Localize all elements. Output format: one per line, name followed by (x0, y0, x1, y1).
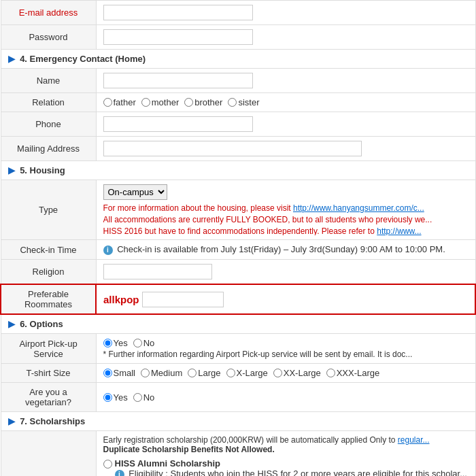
phone-value-cell (96, 112, 475, 137)
tshirt-xxlarge[interactable]: XX-Large (273, 368, 321, 378)
housing-info-text: For more information about the housing, … (103, 203, 469, 235)
vegetarian-no-radio[interactable] (133, 393, 142, 402)
name-value-cell (96, 69, 475, 93)
checkin-info-text: Check-in is available from July 1st(Frid… (117, 244, 445, 254)
phone-input[interactable] (103, 116, 253, 132)
email-label: E-mail address (1, 1, 96, 25)
mailing-value-cell (96, 137, 475, 161)
mailing-row: Mailing Address (1, 137, 475, 161)
airport-yes[interactable]: Yes (103, 338, 128, 348)
tshirt-large[interactable]: Large (188, 368, 220, 378)
mailing-label: Mailing Address (1, 137, 96, 161)
section6-icon: ▶ (8, 319, 15, 329)
section4-header: ▶ 4. Emergency Contact (Home) (1, 50, 475, 69)
tshirt-medium[interactable]: Medium (141, 368, 182, 378)
relation-brother-radio[interactable] (184, 98, 193, 107)
scholarship-intro: Early registration scholarship (200,000K… (103, 435, 469, 454)
vegetarian-no[interactable]: No (133, 392, 155, 403)
relation-mother-radio[interactable] (141, 98, 150, 107)
relation-brother[interactable]: brother (184, 97, 222, 107)
regular-link[interactable]: regular... (398, 435, 430, 445)
housing-link2[interactable]: http://www... (377, 226, 421, 235)
vegetarian-label: Are you a vegetarian? (1, 383, 96, 412)
alumni-scholarship-radio-item[interactable]: HISS Alumni Scholarship i Eligibility : … (103, 458, 469, 476)
tshirt-xlarge-radio[interactable] (226, 369, 235, 377)
religion-row: Religion (1, 260, 475, 285)
scholarship-value-cell: Early registration scholarship (200,000K… (96, 431, 475, 477)
name-label: Name (1, 69, 96, 93)
section6-header: ▶ 6. Options (1, 314, 475, 334)
checkin-label: Check-in Time (1, 240, 96, 260)
vegetarian-radio-group: Yes No (103, 392, 469, 403)
tshirt-large-radio[interactable] (188, 369, 197, 377)
type-label: Type (1, 180, 96, 240)
vegetarian-value-cell: Yes No (96, 383, 475, 412)
alumni-scholarship-title: HISS Alumni Scholarship (115, 458, 467, 469)
airport-row: Airport Pick-up Service Yes No * Further… (1, 334, 475, 364)
relation-label: Relation (1, 93, 96, 112)
roommates-input[interactable] (142, 292, 224, 307)
section7-icon: ▶ (8, 416, 15, 426)
tshirt-xxxlarge[interactable]: XXX-Large (326, 368, 380, 378)
tshirt-label: T-shirt Size (1, 364, 96, 383)
vegetarian-yes-radio[interactable] (103, 393, 112, 402)
alumni-scholarship: HISS Alumni Scholarship i Eligibility : … (103, 458, 469, 476)
email-value-cell (96, 1, 475, 25)
type-row: Type On-campus Off-campus For more infor… (1, 180, 475, 240)
registration-form: E-mail address Password ▶ 4. Emergency C… (0, 0, 476, 476)
relation-father-radio[interactable] (103, 98, 112, 107)
airport-value-cell: Yes No * Further information regarding A… (96, 334, 475, 364)
roommates-row: Preferable Roommates allkpop (1, 284, 475, 314)
religion-input[interactable] (103, 264, 212, 279)
relation-sister[interactable]: sister (228, 97, 259, 107)
roommates-label: Preferable Roommates (1, 284, 96, 314)
tshirt-medium-radio[interactable] (141, 369, 150, 377)
relation-value-cell: father mother brother sister (96, 93, 475, 112)
housing-type-select[interactable]: On-campus Off-campus (103, 184, 167, 200)
tshirt-xxlarge-radio[interactable] (273, 369, 282, 377)
airport-radio-group: Yes No (103, 338, 469, 348)
eligibility-icon: i (115, 470, 124, 476)
relation-radio-group: father mother brother sister (103, 97, 469, 107)
checkin-info-icon: i (103, 245, 113, 255)
section5-icon: ▶ (8, 165, 15, 175)
airport-info: * Further information regarding Airport … (103, 350, 469, 359)
tshirt-small[interactable]: Small (103, 368, 136, 378)
section6-header-row: ▶ 6. Options (1, 314, 475, 334)
religion-value-cell (96, 260, 475, 285)
relation-row: Relation father mother brother siste (1, 93, 475, 112)
tshirt-xxxlarge-radio[interactable] (326, 369, 335, 377)
tshirt-row: T-shirt Size Small Medium Large X-La (1, 364, 475, 383)
vegetarian-row: Are you a vegetarian? Yes No (1, 383, 475, 412)
airport-label: Airport Pick-up Service (1, 334, 96, 364)
housing-link1[interactable]: http://www.hanyangsummer.com/c... (293, 203, 424, 213)
name-input[interactable] (103, 73, 253, 88)
checkin-row: Check-in Time i Check-in is available fr… (1, 240, 475, 260)
mailing-input[interactable] (103, 141, 362, 156)
type-value-cell: On-campus Off-campus For more informatio… (96, 180, 475, 240)
relation-father[interactable]: father (103, 97, 136, 107)
section7-header-row: ▶ 7. Scholarships (1, 412, 475, 431)
airport-no-radio[interactable] (133, 339, 142, 347)
vegetarian-yes[interactable]: Yes (103, 392, 128, 403)
roommates-value-cell: allkpop (96, 284, 475, 314)
section5-header: ▶ 5. Housing (1, 161, 475, 180)
password-value-cell (96, 25, 475, 50)
email-input[interactable] (103, 5, 253, 20)
relation-sister-radio[interactable] (228, 98, 237, 107)
airport-yes-radio[interactable] (103, 339, 112, 347)
airport-no[interactable]: No (133, 338, 155, 348)
roommates-value-wrapper: allkpop (103, 292, 468, 307)
section4-icon: ▶ (8, 54, 15, 64)
religion-label: Religion (1, 260, 96, 285)
roommates-text: allkpop (103, 294, 139, 305)
password-input[interactable] (103, 29, 253, 45)
tshirt-value-cell: Small Medium Large X-Large XX-Large (96, 364, 475, 383)
alumni-scholarship-radio[interactable] (103, 460, 112, 469)
tshirt-small-radio[interactable] (103, 369, 112, 377)
checkin-value-cell: i Check-in is available from July 1st(Fr… (96, 240, 475, 260)
scholarship-label (1, 431, 96, 477)
tshirt-xlarge[interactable]: X-Large (226, 368, 268, 378)
scholarship-row: Early registration scholarship (200,000K… (1, 431, 475, 477)
relation-mother[interactable]: mother (141, 97, 179, 107)
